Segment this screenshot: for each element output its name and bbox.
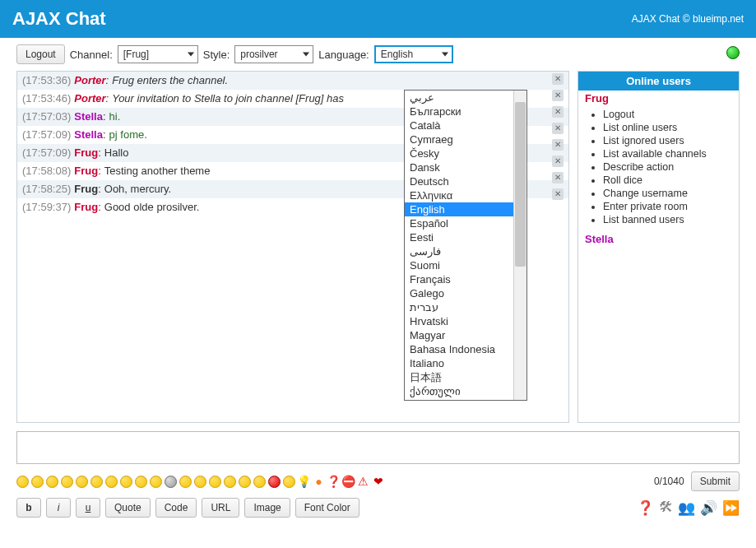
autoscroll-icon[interactable]: ⏩ [722,499,740,517]
language-option[interactable]: Magyar [405,328,513,342]
delete-message-icon[interactable]: ✕ [552,90,564,101]
bbcode-image-button[interactable]: Image [244,498,290,518]
user-menu-item[interactable]: Describe action [603,160,739,174]
users-icon[interactable]: 👥 [678,499,695,517]
language-dropdown[interactable]: عربيБългарскиCatalàCymraegČeskyDanskDeut… [404,90,527,401]
emoji-neutral-icon[interactable] [31,476,44,488]
user-menu-item[interactable]: List online users [603,121,739,134]
message-text: Good olde prosilver. [104,200,200,215]
emoji-wink-icon[interactable] [150,476,162,488]
emoji-smile-icon[interactable] [16,476,29,488]
style-select[interactable]: prosilver [234,45,313,63]
language-option[interactable]: Česky [405,146,513,160]
channel-select[interactable]: [Frug] [118,45,198,63]
language-select[interactable]: English [374,45,453,63]
emoji-grin-icon[interactable] [61,476,73,488]
language-option[interactable]: Català [405,118,513,132]
emoji-cool-icon[interactable] [165,476,177,488]
help-icon[interactable]: ❓ [637,499,654,517]
language-option[interactable]: Español [405,216,513,230]
online-user-frug[interactable]: Frug [578,91,739,106]
language-option[interactable]: Eesti [405,230,513,244]
emoji-angel-icon[interactable] [253,476,266,488]
language-option[interactable]: Galego [405,286,513,300]
language-option[interactable]: ქართული [405,384,513,398]
language-option[interactable]: Deutsch [405,174,513,188]
language-option[interactable]: Български [405,104,513,118]
emoji-blush-icon[interactable] [224,476,236,488]
emoji-heart-icon[interactable]: ❤ [372,476,384,488]
emoji-kiss-icon[interactable] [239,476,251,488]
status-indicator-icon[interactable] [726,46,740,59]
message-user[interactable]: Frug [74,146,98,160]
language-option[interactable]: Bahasa Indonesia [405,342,513,356]
logout-button[interactable]: Logout [16,44,65,64]
emoji-sleep-icon[interactable] [209,476,221,488]
emoji-warning-icon[interactable]: ⚠ [357,476,369,488]
emoji-tongue-icon[interactable] [105,476,118,488]
emoji-shades-icon[interactable] [179,476,192,488]
bbcode-code-button[interactable]: Code [155,498,197,518]
language-option[interactable]: عربي [405,91,513,104]
message-user[interactable]: Stella [74,109,103,124]
bbcode-italic-button[interactable]: i [46,498,71,518]
delete-message-icon[interactable]: ✕ [552,123,564,134]
language-option[interactable]: Ελληνικα [405,188,513,202]
user-menu-item[interactable]: List available channels [603,147,739,160]
emoji-devil-icon[interactable] [268,476,281,488]
language-option[interactable]: 日本語 [405,370,513,384]
user-menu-item[interactable]: Change username [603,187,739,200]
user-menu-item[interactable]: Roll dice [603,174,739,187]
delete-message-icon[interactable]: ✕ [552,73,564,85]
bbcode-quote-button[interactable]: Quote [105,498,151,518]
dropdown-scrollbar-thumb[interactable] [515,102,526,267]
message-user[interactable]: Frug [74,182,98,197]
emoji-confused-icon[interactable] [194,476,206,488]
sound-icon[interactable]: 🔊 [700,499,717,517]
delete-message-icon[interactable]: ✕ [552,139,564,151]
language-option[interactable]: Dansk [405,160,513,174]
user-menu-item[interactable]: List ignored users [603,134,739,147]
emoji-bulb-icon[interactable]: 💡 [298,476,310,488]
language-option[interactable]: Italiano [405,356,513,370]
emoji-cry-icon[interactable] [120,476,132,488]
emoji-sick-icon[interactable] [283,476,295,488]
message-user[interactable]: Frug [74,200,98,215]
delete-message-icon[interactable]: ✕ [552,106,564,118]
language-option[interactable]: 한글 [405,398,513,400]
message-user[interactable]: Stella [74,128,103,142]
language-option[interactable]: Cymraeg [405,132,513,146]
emoji-surprised-icon[interactable] [135,476,147,488]
bbcode-url-button[interactable]: URL [202,498,239,518]
user-menu-item[interactable]: List banned users [603,213,739,226]
emoji-worried-icon[interactable] [90,476,103,488]
emoji-noentry-icon[interactable]: ⛔ [342,476,355,488]
bbcode-bold-button[interactable]: b [16,498,41,518]
user-menu-item[interactable]: Logout [603,108,739,121]
language-option[interactable]: English [405,202,513,216]
language-option[interactable]: Français [405,272,513,286]
bbcode-fontcolor-button[interactable]: Font Color [295,498,359,518]
language-option[interactable]: Suomi [405,258,513,272]
message-user[interactable]: Porter [74,91,105,106]
message-user[interactable]: Frug [74,164,98,179]
user-menu-item[interactable]: Enter private room [603,200,739,213]
language-option[interactable]: Hrvatski [405,314,513,328]
emoji-question-icon[interactable]: ❓ [327,476,340,488]
emoji-info-icon[interactable]: ● [313,476,325,488]
emoji-sad-icon[interactable] [46,476,58,488]
delete-message-icon[interactable]: ✕ [552,156,564,167]
language-option[interactable]: עברית [405,300,513,314]
online-user-stella[interactable]: Stella [578,231,739,247]
message-user[interactable]: Porter [74,73,105,88]
delete-message-icon[interactable]: ✕ [552,172,564,183]
language-option[interactable]: فارسی [405,244,513,258]
bbcode-underline-button[interactable]: u [76,498,100,518]
message-input[interactable] [16,431,740,464]
emoji-laugh-icon[interactable] [76,476,88,488]
settings-icon[interactable]: 🛠 [659,499,673,516]
dropdown-scrollbar[interactable] [513,91,526,400]
app-credit[interactable]: AJAX Chat © blueimp.net [632,13,744,25]
delete-message-icon[interactable]: ✕ [552,188,564,200]
submit-button[interactable]: Submit [691,471,740,491]
